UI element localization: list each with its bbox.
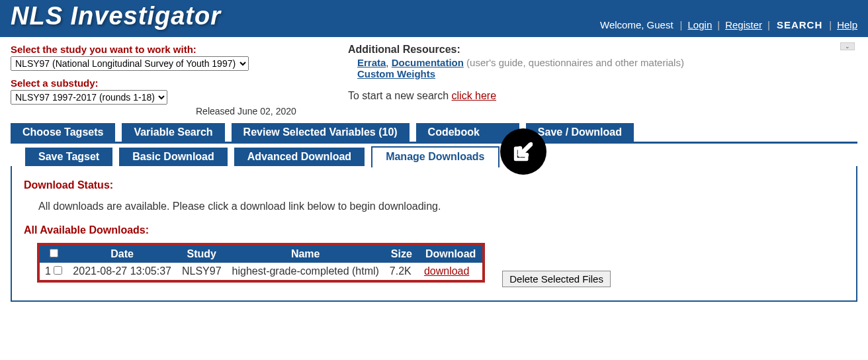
content-panel: Download Status: All downloads are avail… — [11, 166, 857, 302]
cell-date: 2021-08-27 13:05:37 — [67, 263, 177, 280]
study-label: Select the study you want to work with: — [11, 44, 348, 55]
tab-advanced-download[interactable]: Advanced Download — [234, 148, 365, 166]
tab-save-tagset[interactable]: Save Tagset — [25, 148, 112, 166]
delete-selected-button[interactable]: Delete Selected Files — [502, 271, 611, 287]
arrow-down-left-icon — [500, 128, 546, 175]
click-here-link[interactable]: click here — [452, 90, 497, 101]
header-links: Welcome, Guest | Login | Register | SEAR… — [599, 19, 857, 30]
released-text: Released June 02, 2020 — [11, 106, 348, 116]
tab-basic-download[interactable]: Basic Download — [119, 148, 228, 166]
download-status-title: Download Status: — [24, 179, 844, 191]
welcome-text: Welcome, Guest — [599, 19, 675, 30]
cell-size: 7.2K — [384, 263, 419, 280]
downloads-table-wrap: Date Study Name Size Download 1 2021-08-… — [37, 243, 485, 283]
download-link[interactable]: download — [424, 265, 470, 277]
table-row: 1 2021-08-27 13:05:37 NLSY97 highest-gra… — [40, 263, 482, 280]
col-name: Name — [227, 246, 384, 263]
row-checkbox[interactable] — [54, 266, 62, 275]
doc-note: (user's guide, questionnaires and other … — [466, 57, 684, 68]
col-size: Size — [384, 246, 419, 263]
col-date: Date — [67, 246, 177, 263]
collapse-icon[interactable]: ⌄ — [840, 42, 855, 50]
substudy-label: Select a substudy: — [11, 77, 348, 89]
download-status-msg: All downloads are available. Please clic… — [24, 201, 844, 212]
help-link[interactable]: Help — [837, 19, 857, 30]
tab-review-selected[interactable]: Review Selected Variables (10) — [232, 123, 410, 142]
cell-name: highest-grade-completed (html) — [227, 263, 384, 280]
selection-section: ⌄ Select the study you want to work with… — [0, 37, 868, 119]
site-logo: NLS Investigator — [11, 2, 221, 30]
select-all-checkbox[interactable] — [50, 249, 58, 257]
tab-choose-tagsets[interactable]: Choose Tagsets — [11, 123, 115, 142]
tab-manage-downloads[interactable]: Manage Downloads — [371, 146, 499, 167]
register-link[interactable]: Register — [725, 19, 762, 30]
start-text: To start a new search — [348, 90, 452, 101]
custom-weights-link[interactable]: Custom Weights — [357, 68, 435, 79]
study-select[interactable]: NLSY97 (National Longitudinal Survey of … — [11, 56, 249, 71]
sub-tabs: Save Tagset Basic Download Advanced Down… — [11, 144, 857, 166]
main-tabs: Choose Tagsets Variable Search Review Se… — [11, 123, 857, 144]
resources-title: Additional Resources: — [348, 44, 857, 56]
cell-study: NLSY97 — [177, 263, 227, 280]
tab-variable-search[interactable]: Variable Search — [122, 123, 224, 142]
errata-link[interactable]: Errata — [357, 57, 386, 68]
available-downloads-title: All Available Downloads: — [24, 224, 844, 236]
login-link[interactable]: Login — [688, 19, 713, 30]
downloads-table: Date Study Name Size Download 1 2021-08-… — [40, 246, 482, 280]
col-download: Download — [419, 246, 482, 263]
top-header: NLS Investigator Welcome, Guest | Login … — [0, 0, 868, 37]
search-link[interactable]: SEARCH — [775, 19, 824, 30]
col-study: Study — [177, 246, 227, 263]
documentation-link[interactable]: Documentation — [392, 57, 464, 68]
substudy-select[interactable]: NLSY97 1997-2017 (rounds 1-18) — [11, 90, 167, 105]
